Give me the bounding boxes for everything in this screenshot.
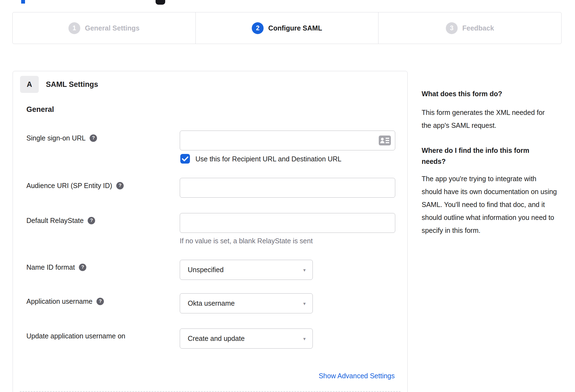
audience-uri-help-icon[interactable]: ? xyxy=(116,182,124,189)
sso-url-input[interactable] xyxy=(180,131,395,150)
application-username-value: Okta username xyxy=(180,299,235,307)
sidebar-answer-2: The app you're trying to integrate with … xyxy=(422,172,558,237)
chevron-down-icon: ▼ xyxy=(302,267,306,272)
sidebar-answer-1: This form generates the XML needed for t… xyxy=(422,106,548,132)
step-2-circle: 2 xyxy=(252,22,264,34)
recipient-url-checkbox-label[interactable]: Use this for Recipient URL and Destinati… xyxy=(195,154,341,164)
sidebar-question-2: Where do I find the info this form needs… xyxy=(422,145,551,167)
update-username-value: Create and update xyxy=(180,335,245,343)
configure-saml-page: 1 General Settings 2 Configure SAML 3 Fe… xyxy=(0,0,575,392)
update-username-label-text: Update application username on xyxy=(26,332,125,340)
general-section-title: General xyxy=(26,105,54,114)
application-username-select[interactable]: Okta username ▼ xyxy=(180,293,313,313)
sso-url-input-wrap xyxy=(180,131,395,150)
contact-card-icon[interactable] xyxy=(379,136,391,145)
step-1-circle: 1 xyxy=(68,22,80,34)
application-username-help-icon[interactable]: ? xyxy=(96,298,104,305)
recipient-url-checkbox[interactable] xyxy=(180,154,190,164)
step-3-circle: 3 xyxy=(446,22,458,34)
relaystate-help-icon[interactable]: ? xyxy=(88,217,95,224)
step-3-label: Feedback xyxy=(462,24,494,32)
panel-title: SAML Settings xyxy=(46,76,98,93)
sso-url-label: Single sign-on URL ? xyxy=(26,133,97,143)
relaystate-label-text: Default RelayState xyxy=(26,217,84,225)
name-id-format-label: Name ID format ? xyxy=(26,263,86,272)
section-dashed-divider xyxy=(20,391,400,392)
audience-uri-input[interactable] xyxy=(180,178,395,198)
name-id-format-value: Unspecified xyxy=(180,266,224,274)
section-a-badge: A xyxy=(20,76,39,93)
cutoff-header-fragment-dark xyxy=(156,0,165,5)
chevron-down-icon: ▼ xyxy=(302,301,306,306)
step-2-label: Configure SAML xyxy=(268,24,322,32)
step-feedback[interactable]: 3 Feedback xyxy=(378,12,561,44)
audience-uri-input-wrap xyxy=(180,178,395,198)
relaystate-input-wrap xyxy=(180,213,395,233)
update-username-select[interactable]: Create and update ▼ xyxy=(180,328,313,349)
sso-url-label-text: Single sign-on URL xyxy=(26,134,85,142)
relaystate-label: Default RelayState ? xyxy=(26,216,95,225)
name-id-format-help-icon[interactable]: ? xyxy=(79,264,86,271)
audience-uri-label-text: Audience URI (SP Entity ID) xyxy=(26,182,112,190)
update-username-label: Update application username on xyxy=(26,331,125,341)
application-username-label-text: Application username xyxy=(26,297,92,305)
name-id-format-select[interactable]: Unspecified ▼ xyxy=(180,260,313,280)
sso-url-help-icon[interactable]: ? xyxy=(90,134,97,142)
wizard-stepper: 1 General Settings 2 Configure SAML 3 Fe… xyxy=(12,12,562,44)
step-1-label: General Settings xyxy=(85,24,140,32)
relaystate-input[interactable] xyxy=(180,213,395,233)
step-configure-saml[interactable]: 2 Configure SAML xyxy=(195,12,378,44)
sidebar-question-1: What does this form do? xyxy=(422,90,502,98)
audience-uri-label: Audience URI (SP Entity ID) ? xyxy=(26,181,124,190)
relaystate-hint: If no value is set, a blank RelayState i… xyxy=(180,237,313,245)
cutoff-header-fragment-blue xyxy=(21,0,25,4)
chevron-down-icon: ▼ xyxy=(302,336,306,341)
show-advanced-settings-link[interactable]: Show Advanced Settings xyxy=(319,372,395,380)
application-username-label: Application username ? xyxy=(26,297,104,306)
saml-settings-panel: A SAML Settings General Single sign-on U… xyxy=(13,71,408,392)
step-general-settings[interactable]: 1 General Settings xyxy=(13,12,195,44)
name-id-format-label-text: Name ID format xyxy=(26,263,75,271)
